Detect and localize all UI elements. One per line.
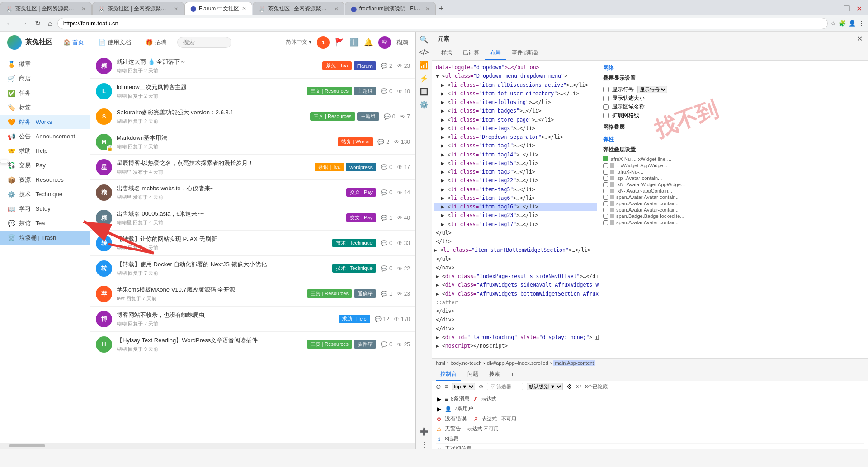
css-item[interactable]: span.Badge.Badge-locked.te... <box>603 213 864 219</box>
console-filter-input[interactable] <box>487 383 523 390</box>
nav-docs[interactable]: 📄 使用文档 <box>95 37 135 48</box>
dom-line[interactable]: ▶ <div class="AfruxWidgets-sideNavalt Af… <box>434 281 597 289</box>
post-item[interactable]: 苹 苹果cms模板MXone V10.7魔改版源码 全开源 test 回复于 7… <box>90 281 415 307</box>
tab-5[interactable]: ⬤ freeflarum剧演说明 - Flarum 中... ✕ <box>345 2 436 15</box>
dom-line[interactable]: ▶ <li class="item-tag22">…</li> <box>434 176 597 185</box>
console-default-level[interactable]: 默认级别 ▼ <box>527 383 563 390</box>
sidebar-item-pay[interactable]: 💱 交易 | Pay <box>0 158 90 173</box>
forward-button[interactable]: → <box>18 19 30 28</box>
devtools-icon-inspect[interactable]: 🔍 <box>420 35 429 44</box>
devtools-icon-layers[interactable]: 🔲 <box>420 87 429 96</box>
tab-5-close[interactable]: ✕ <box>425 6 430 12</box>
tab-2[interactable]: 🐰 茶兔社区 | 全网资源聚合平台 ✕ <box>92 2 184 15</box>
dom-line[interactable]: ▶ <li class="item-store-page">…</li> <box>434 116 597 124</box>
css-item[interactable]: .xN-.Avatar-appContain... <box>603 188 864 193</box>
devtools-icon-more[interactable]: ⋮ <box>420 440 428 449</box>
dom-line[interactable]: ▶ <li class="Dropdown-separator">…</li> <box>434 133 597 142</box>
sidebar-item-shop[interactable]: 🛒 商店 <box>0 71 90 86</box>
post-item[interactable]: L lolimeow二次元风博客主题 糊糊 回复于 2 天前 三文 | Reso… <box>90 79 415 104</box>
sidebar-item-task[interactable]: ✅ 任务 <box>0 86 90 100</box>
dom-line[interactable]: ▶ <li class="item-tag1">…</li> <box>434 142 597 150</box>
dom-line[interactable]: ▶ <li class="item-tag23">…</li> <box>434 211 597 220</box>
home-button[interactable]: ⌂ <box>46 19 55 28</box>
tag-badge[interactable]: 三文 | Resources <box>310 112 355 121</box>
bell-icon[interactable]: 🔔 <box>364 38 373 47</box>
css-item-checkbox[interactable] <box>603 201 608 206</box>
flag-icon[interactable]: 🚩 <box>335 38 344 47</box>
tag-badge[interactable]: 站务 | Works <box>338 137 373 146</box>
tab-1[interactable]: 🐰 茶兔社区 | 全网资源聚合平台 ✕ <box>0 2 92 15</box>
extensions-icon[interactable]: 🧩 <box>839 20 846 27</box>
devtools-tab-styles[interactable]: 样式 <box>436 46 458 60</box>
console-tab-console[interactable]: 控制台 <box>436 368 461 381</box>
tab-3-close[interactable]: ✕ <box>242 5 246 12</box>
dom-line-highlighted[interactable]: ▶ <li class="item-tag16">…</li> <box>434 203 597 211</box>
sidebar-item-resources[interactable]: 📦 资源 | Resources <box>0 173 90 187</box>
sidebar-item-badge[interactable]: 🏅 徽章 <box>0 57 90 71</box>
css-item-checkbox[interactable] <box>603 195 608 200</box>
maximize-button[interactable]: ❐ <box>841 4 852 14</box>
dom-line[interactable]: ▶ <li class="item-tag6">…</li> <box>434 194 597 203</box>
search-input[interactable] <box>177 37 231 48</box>
dom-line[interactable]: ▶ <li class="item-startBottomWidgetSecti… <box>434 246 597 255</box>
tag-badge[interactable]: wordpress <box>346 163 376 171</box>
post-item[interactable]: 转 【转载】让你的网站实现 PJAX 无刷新 糊糊 回复于 7 天前 技术 | … <box>90 231 415 256</box>
breadcrumb-div-app[interactable]: div#app.App--index.scrolled <box>487 360 548 366</box>
notification-badge[interactable]: 1 <box>317 36 330 49</box>
tag-badge[interactable]: 交文 | Pay <box>346 188 376 197</box>
close-window-button[interactable]: ✕ <box>854 4 864 14</box>
console-tab-search[interactable]: 搜索 <box>485 368 505 381</box>
post-item[interactable]: 博 博客网站不收录，也没有蜘蛛爬虫 糊糊 回复于 7 天前 求助 | Help … <box>90 307 415 332</box>
tag-badge[interactable]: 茶兔 | Tea <box>322 61 352 70</box>
tag-badge[interactable]: 技术 | Technique <box>332 264 376 273</box>
tab-4[interactable]: 🐰 茶兔社区 | 全网资源聚合平台 ✕ <box>253 2 344 15</box>
nav-home[interactable]: 🏠 首页 <box>60 37 88 48</box>
scroll-thumb[interactable] <box>9 444 45 447</box>
dom-line[interactable]: ▶ <li class="item-following">…</li> <box>434 98 597 107</box>
setting-area-checkbox[interactable] <box>603 104 609 110</box>
console-level-selector[interactable]: top ▼ <box>452 383 475 390</box>
post-item[interactable]: S Sakurairo多彩完善功能强大-version：2.6.3.1 糊糊 回… <box>90 104 415 129</box>
console-filter-toggle[interactable]: ≡ <box>445 383 448 390</box>
css-item[interactable]: span.Avatar.Avatar-contain... <box>603 220 864 225</box>
tag-badge[interactable]: 三资 | Resources <box>307 340 352 349</box>
css-item-checkbox[interactable] <box>603 189 608 193</box>
tag-badge[interactable]: 三资 | Resources <box>307 289 352 298</box>
console-tab-issues[interactable]: 问题 <box>463 368 483 381</box>
devtools-close-button[interactable]: ✕ <box>857 34 863 43</box>
logo-area[interactable]: 茶兔社区 <box>7 35 52 50</box>
post-item[interactable]: H 【Hylsay Text Reading】WordPress文章语音阅读插件… <box>90 332 415 357</box>
devtools-icon-settings[interactable]: ⚙️ <box>420 100 429 109</box>
dom-line[interactable]: ▶ <li class="item-fof-user-directory">…<… <box>434 90 597 98</box>
language-button[interactable]: 简体中文 ▾ <box>286 38 311 46</box>
tag-badge[interactable]: 主题组 <box>354 87 376 95</box>
dom-line[interactable]: ▶ <li class="item-allDiscussions active"… <box>434 81 597 90</box>
setting-expand-checkbox[interactable] <box>603 113 609 118</box>
dom-line[interactable]: ▶ <div class="AfruxWidgets-bottomWidgetS… <box>434 290 597 298</box>
dom-line[interactable]: ▼ <ul class="Dropdown-menu dropdown-menu… <box>434 72 597 80</box>
tag-badge[interactable]: 求助 | Help <box>339 315 370 323</box>
devtools-tab-computed[interactable]: 已计算 <box>458 46 485 60</box>
post-item[interactable]: 转 【转载】使用 Docker 自动化部署的 NextJS 镜像大小优化 糊糊 … <box>90 256 415 281</box>
dom-line[interactable]: ▶ <li class="item-tag14">…</li> <box>434 151 597 159</box>
dom-line[interactable]: ▶ <li class="item-tag5">…</li> <box>434 185 597 194</box>
post-item[interactable]: 星 星辰博客-以热爱之名，点亮技术探索者的漫长岁月！ 糊糊星 发布于 4 天前 … <box>90 155 415 180</box>
setting-track-checkbox[interactable] <box>603 96 609 101</box>
css-item[interactable]: .afruX-Nu-...-xWidget-line-... <box>603 156 864 162</box>
css-item-checkbox[interactable] <box>603 170 608 175</box>
console-item-user[interactable]: ▶ 👤 7条用户... <box>436 404 864 414</box>
tab-1-close[interactable]: ✕ <box>81 6 86 12</box>
tag-badge[interactable]: Flarum <box>354 61 376 70</box>
sidebar-item-technique[interactable]: ⚙️ 技术 | Technique <box>0 187 90 202</box>
tag-badge[interactable]: 主题组 <box>357 112 379 121</box>
refresh-button[interactable]: ↻ <box>33 18 43 28</box>
css-item[interactable]: span.Avatar.Avatar-contain... <box>603 201 864 206</box>
breadcrumb-body[interactable]: body.no-touch <box>450 360 481 366</box>
css-item-checkbox[interactable] <box>603 220 608 225</box>
devtools-tab-events[interactable]: 事件侦听器 <box>506 46 544 60</box>
css-item-checkbox[interactable] <box>603 163 608 168</box>
dom-line[interactable]: ▶ <li class="item-tag17">…</li> <box>434 220 597 229</box>
console-clear-btn[interactable]: ⊘ <box>436 383 441 390</box>
console-tab-add[interactable]: + <box>506 369 519 380</box>
tag-badge[interactable]: 插件序 <box>354 340 376 349</box>
